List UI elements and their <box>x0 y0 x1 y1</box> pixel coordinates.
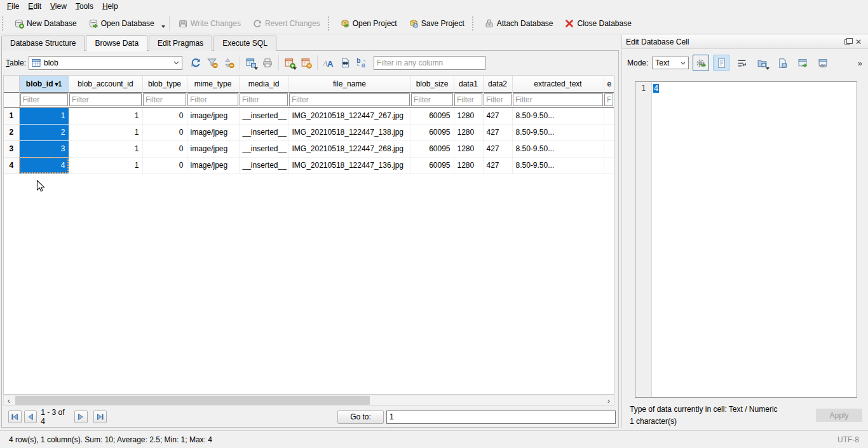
menu-edit[interactable]: Edit <box>24 1 46 12</box>
cell-blob-size[interactable]: 60095 <box>410 124 454 140</box>
cell-blob-id[interactable]: 2 <box>19 124 69 140</box>
cell-mime-type[interactable]: image/jpeg <box>187 140 239 157</box>
filter-input-blob-type[interactable] <box>143 93 186 106</box>
toolbar-overflow-button[interactable]: » <box>858 58 862 68</box>
cell-file-name[interactable]: IMG_20210518_122447_268.jpg <box>288 140 410 157</box>
text-mode-button[interactable] <box>713 55 729 71</box>
filter-any-column-input[interactable] <box>374 56 485 70</box>
menu-tools[interactable]: Tools <box>71 1 98 12</box>
revert-changes-button[interactable]: Revert Changes <box>247 15 326 32</box>
column-header-mime-type[interactable]: mime_type <box>187 76 239 92</box>
open-project-button[interactable]: Open Project <box>334 15 403 32</box>
print-button[interactable] <box>259 55 276 71</box>
tab-database-structure[interactable]: Database Structure <box>1 36 85 51</box>
cell-media-id[interactable]: __inserted__ <box>239 157 288 173</box>
set-as-link-button[interactable] <box>815 55 831 71</box>
cell-blob-size[interactable]: 60095 <box>410 157 454 173</box>
first-record-button[interactable] <box>8 411 22 423</box>
cell-blob-account-id[interactable]: 1 <box>69 124 142 140</box>
cell-blob-account-id[interactable]: 1 <box>69 157 142 173</box>
scrollbar-thumb[interactable] <box>15 396 370 405</box>
filter-input-extracted-text[interactable] <box>513 93 603 106</box>
replace-button[interactable]: ba <box>353 55 370 71</box>
cell-blob-id[interactable]: 3 <box>19 140 69 157</box>
filter-input-truncated[interactable] <box>604 93 613 106</box>
cell-content-editor[interactable]: 1 4 <box>635 81 857 398</box>
column-header-blob-id[interactable]: blob_id▾1 <box>19 76 69 92</box>
column-header-data2[interactable]: data2 <box>483 76 512 92</box>
filter-input-blob-account-id[interactable] <box>69 93 142 106</box>
cell-media-id[interactable]: __inserted__ <box>239 124 288 140</box>
filter-input-mime-type[interactable] <box>187 93 238 106</box>
filter-input-blob-size[interactable] <box>411 93 453 106</box>
cell-truncated[interactable] <box>604 107 614 124</box>
cell-data2[interactable]: 427 <box>483 107 512 124</box>
column-header-blob-type[interactable]: blob_type <box>142 76 187 92</box>
cell-blob-id[interactable]: 1 <box>19 107 69 124</box>
cell-file-name[interactable]: IMG_20210518_122447_267.jpg <box>288 107 410 124</box>
filter-input-file-name[interactable] <box>289 93 410 106</box>
tab-browse-data[interactable]: Browse Data <box>86 35 147 51</box>
open-in-external-button[interactable] <box>794 55 811 71</box>
cell-blob-type[interactable]: 0 <box>142 107 187 124</box>
float-panel-button[interactable] <box>841 37 853 47</box>
last-record-button[interactable] <box>93 411 107 423</box>
cell-blob-size[interactable]: 60095 <box>410 140 454 157</box>
cell-extracted-text[interactable]: 8.50-9.50... <box>512 140 604 157</box>
column-header-data1[interactable]: data1 <box>454 76 483 92</box>
encoding-indicator[interactable]: UTF-8 <box>837 435 859 444</box>
scroll-left-icon[interactable]: ‹ <box>4 395 14 405</box>
cell-blob-account-id[interactable]: 1 <box>69 107 142 124</box>
row-number[interactable]: 1 <box>4 107 19 124</box>
insert-record-button[interactable] <box>281 55 298 71</box>
import-data-button[interactable] <box>754 55 770 71</box>
filter-input-media-id[interactable] <box>240 93 288 106</box>
scroll-right-icon[interactable]: › <box>604 395 614 405</box>
cell-truncated[interactable] <box>604 157 614 173</box>
column-header-media-id[interactable]: media_id <box>239 76 288 92</box>
filter-input-data2[interactable] <box>484 93 512 106</box>
cell-blob-type[interactable]: 0 <box>142 140 187 157</box>
cell-extracted-text[interactable]: 8.50-9.50... <box>512 107 604 124</box>
cell-data1[interactable]: 1280 <box>454 107 483 124</box>
auto-apply-button[interactable] <box>693 55 709 71</box>
cell-mime-type[interactable]: image/jpeg <box>187 124 239 140</box>
menu-file[interactable]: File <box>3 1 24 12</box>
column-header-blob-account-id[interactable]: blob_account_id <box>69 76 142 92</box>
close-panel-button[interactable]: ✕ <box>853 37 864 47</box>
close-database-button[interactable]: Close Database <box>559 15 637 32</box>
cell-mime-type[interactable]: image/jpeg <box>187 107 239 124</box>
tab-execute-sql[interactable]: Execute SQL <box>214 36 276 51</box>
cell-truncated[interactable] <box>604 124 614 140</box>
cell-data2[interactable]: 427 <box>483 124 512 140</box>
cell-blob-id-focused[interactable]: 4 <box>19 157 69 173</box>
horizontal-scrollbar[interactable]: ‹ › <box>3 395 614 406</box>
menu-view[interactable]: View <box>46 1 71 12</box>
delete-record-button[interactable] <box>298 55 315 71</box>
previous-record-button[interactable] <box>24 411 37 423</box>
table-select[interactable]: blob <box>29 56 182 70</box>
refresh-button[interactable] <box>187 55 204 71</box>
cell-file-name[interactable]: IMG_20210518_122447_136.jpg <box>288 157 410 173</box>
apply-button[interactable]: Apply <box>816 409 862 422</box>
cell-data2[interactable]: 427 <box>483 157 512 173</box>
cell-extracted-text[interactable]: 8.50-9.50... <box>512 124 604 140</box>
save-project-button[interactable]: Save Project <box>403 15 470 32</box>
goto-record-input[interactable] <box>386 411 616 424</box>
column-header-blob-size[interactable]: blob_size <box>410 76 454 92</box>
cell-content-selected-text[interactable]: 4 <box>653 84 659 93</box>
edit-display-format-button[interactable]: AA <box>320 55 337 71</box>
cell-data1[interactable]: 1280 <box>454 157 483 173</box>
cell-blob-account-id[interactable]: 1 <box>69 140 142 157</box>
cell-media-id[interactable]: __inserted__ <box>239 107 288 124</box>
cell-data1[interactable]: 1280 <box>454 140 483 157</box>
row-number[interactable]: 3 <box>4 140 19 157</box>
cell-data2[interactable]: 427 <box>483 140 512 157</box>
cell-blob-size[interactable]: 60095 <box>410 107 454 124</box>
row-number[interactable]: 2 <box>4 124 19 140</box>
cell-truncated[interactable] <box>604 140 614 157</box>
new-database-button[interactable]: New Database <box>8 15 83 32</box>
cell-file-name[interactable]: IMG_20210518_122447_138.jpg <box>288 124 410 140</box>
open-database-button[interactable]: Open Database <box>83 15 160 32</box>
cell-media-id[interactable]: __inserted__ <box>239 140 288 157</box>
